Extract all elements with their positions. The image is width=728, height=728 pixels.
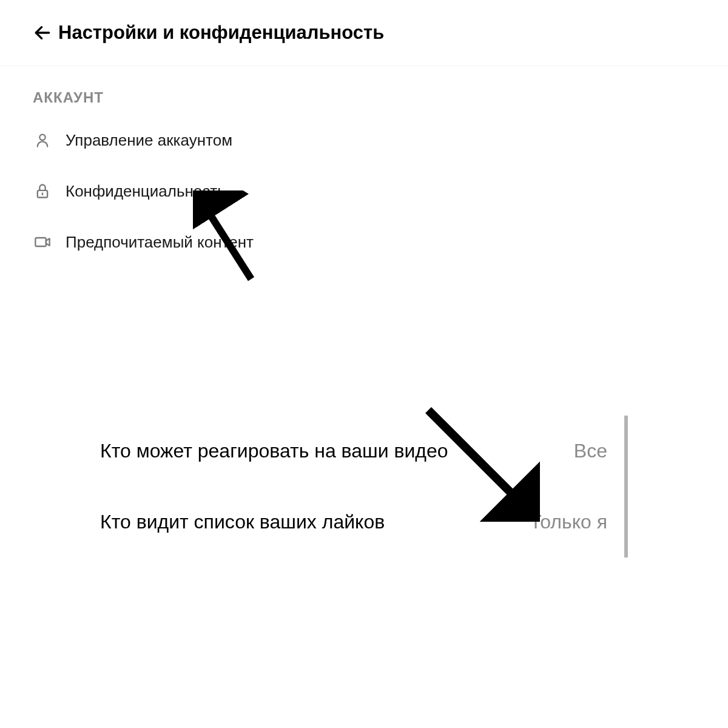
section-label-account: АККАУНТ	[0, 66, 728, 115]
menu-item-account-management[interactable]: Управление аккаунтом	[0, 115, 728, 166]
privacy-value: Все	[574, 440, 607, 462]
menu-label: Конфиденциальность	[66, 182, 226, 201]
menu-item-privacy[interactable]: Конфиденциальность	[0, 166, 728, 217]
menu-item-preferred-content[interactable]: Предпочитаемый контент	[0, 217, 728, 268]
lock-icon	[33, 181, 52, 201]
header: Настройки и конфиденциальность	[0, 0, 728, 66]
video-icon	[33, 232, 52, 252]
privacy-row-reactions[interactable]: Кто может реагировать на ваши видео Все	[94, 416, 613, 487]
arrow-left-icon	[33, 23, 52, 42]
back-button[interactable]	[33, 23, 52, 42]
privacy-value: Только я	[530, 511, 607, 533]
menu-label: Предпочитаемый контент	[66, 233, 254, 252]
page-title: Настройки и конфиденциальность	[58, 22, 384, 44]
svg-marker-5	[46, 238, 50, 246]
svg-point-1	[39, 135, 45, 140]
privacy-panel: Кто может реагировать на ваши видео Все …	[94, 416, 628, 558]
privacy-label: Кто может реагировать на ваши видео	[100, 440, 448, 462]
person-icon	[33, 130, 52, 150]
privacy-row-likes-visibility[interactable]: Кто видит список ваших лайков Только я	[94, 487, 613, 558]
menu-label: Управление аккаунтом	[66, 131, 232, 150]
svg-rect-4	[35, 238, 46, 246]
privacy-label: Кто видит список ваших лайков	[100, 511, 385, 533]
